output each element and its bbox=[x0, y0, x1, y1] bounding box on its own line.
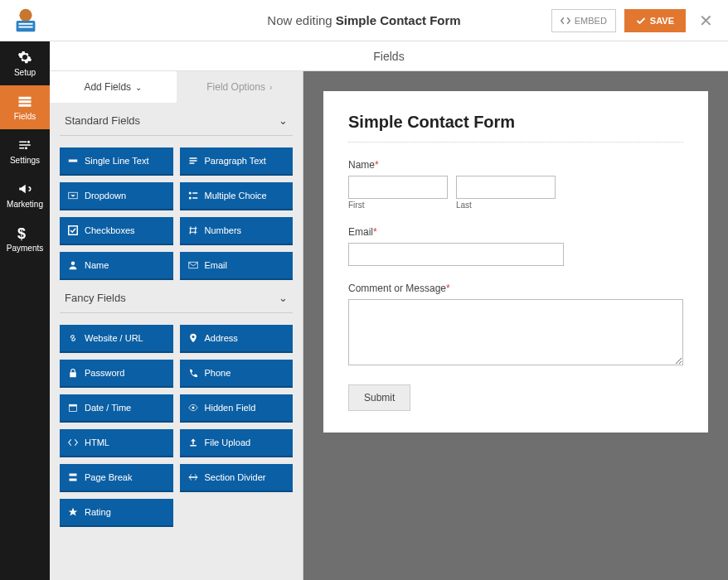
last-sublabel: Last bbox=[456, 201, 556, 210]
chevron-down-icon: ⌄ bbox=[135, 83, 142, 92]
nav-fields-label: Fields bbox=[14, 112, 36, 121]
tab-add-fields[interactable]: Add Fields ⌄ bbox=[50, 71, 177, 103]
svg-rect-19 bbox=[70, 372, 76, 377]
fields-header-label: Fields bbox=[373, 50, 404, 63]
field-hidden-field[interactable]: Hidden Field bbox=[180, 394, 294, 423]
field-name[interactable]: Name bbox=[60, 252, 173, 280]
hash-icon bbox=[188, 225, 198, 235]
left-nav: Setup Fields Settings Marketing $ Paymen… bbox=[0, 41, 50, 580]
form-field-name[interactable]: Name* First Last bbox=[348, 159, 683, 210]
svg-point-22 bbox=[192, 407, 194, 409]
field-single-line-text[interactable]: Single Line Text bbox=[60, 147, 173, 176]
close-icon[interactable]: ✕ bbox=[694, 7, 718, 34]
svg-point-16 bbox=[71, 262, 75, 266]
embed-label: EMBED bbox=[575, 16, 607, 26]
comment-label: Comment or Message* bbox=[348, 283, 683, 294]
field-date-time[interactable]: Date / Time bbox=[60, 394, 173, 423]
email-label: Email* bbox=[348, 226, 683, 238]
nav-marketing-label: Marketing bbox=[7, 200, 43, 209]
embed-button[interactable]: EMBED bbox=[551, 9, 616, 32]
group-fancy-fields[interactable]: Fancy Fields ⌄ bbox=[60, 280, 293, 313]
fields-header: Fields bbox=[50, 41, 728, 71]
save-label: SAVE bbox=[650, 16, 674, 26]
svg-rect-24 bbox=[70, 474, 77, 476]
form-field-comment[interactable]: Comment or Message* bbox=[348, 283, 683, 368]
svg-rect-25 bbox=[70, 479, 77, 481]
field-paragraph-text[interactable]: Paragraph Text bbox=[180, 147, 294, 176]
eye-icon bbox=[188, 403, 198, 413]
editing-prefix: Now editing bbox=[267, 13, 336, 27]
user-icon bbox=[68, 260, 78, 270]
svg-rect-2 bbox=[18, 22, 32, 24]
form-canvas[interactable]: Simple Contact Form Name* First Last bbox=[323, 91, 708, 433]
svg-point-7 bbox=[27, 141, 30, 143]
group-standard-fields[interactable]: Standard Fields ⌄ bbox=[60, 103, 293, 136]
svg-rect-6 bbox=[19, 104, 32, 107]
star-icon bbox=[68, 507, 78, 517]
field-numbers[interactable]: Numbers bbox=[180, 217, 294, 245]
field-file-upload[interactable]: File Upload bbox=[180, 429, 294, 457]
nav-settings[interactable]: Settings bbox=[0, 129, 50, 173]
comment-textarea[interactable] bbox=[348, 299, 683, 365]
required-mark: * bbox=[373, 226, 377, 238]
tab-add-fields-label: Add Fields bbox=[84, 81, 131, 93]
svg-rect-15 bbox=[69, 226, 78, 235]
field-rating[interactable]: Rating bbox=[60, 499, 173, 527]
dropdown-icon bbox=[68, 191, 78, 201]
field-html[interactable]: HTML bbox=[60, 429, 173, 457]
gear-icon bbox=[17, 50, 32, 65]
field-email[interactable]: Email bbox=[180, 252, 294, 280]
code-icon bbox=[561, 16, 570, 26]
svg-point-0 bbox=[19, 8, 32, 21]
nav-payments-label: Payments bbox=[7, 244, 43, 253]
submit-button[interactable]: Submit bbox=[348, 384, 410, 411]
envelope-icon bbox=[188, 260, 198, 270]
editing-title: Now editing Simple Contact Form bbox=[267, 13, 460, 27]
save-button[interactable]: SAVE bbox=[624, 9, 686, 32]
chevron-down-icon: ⌄ bbox=[279, 114, 288, 127]
field-phone[interactable]: Phone bbox=[180, 360, 294, 388]
sliders-icon bbox=[17, 138, 32, 152]
required-mark: * bbox=[446, 283, 450, 294]
group-fancy-title: Fancy Fields bbox=[65, 292, 126, 304]
nav-setup[interactable]: Setup bbox=[0, 41, 50, 85]
field-section-divider[interactable]: Section Divider bbox=[180, 464, 294, 492]
field-password[interactable]: Password bbox=[60, 360, 173, 388]
pin-icon bbox=[188, 333, 198, 343]
form-field-email[interactable]: Email* bbox=[348, 226, 683, 266]
last-name-input[interactable] bbox=[456, 176, 556, 199]
tab-field-options[interactable]: Field Options › bbox=[177, 71, 303, 103]
field-address[interactable]: Address bbox=[180, 325, 294, 353]
field-page-break[interactable]: Page Break bbox=[60, 464, 173, 492]
svg-rect-9 bbox=[69, 160, 78, 162]
list-icon bbox=[188, 191, 198, 201]
svg-rect-26 bbox=[188, 476, 197, 478]
svg-rect-4 bbox=[19, 97, 32, 99]
svg-point-18 bbox=[192, 336, 194, 338]
nav-marketing[interactable]: Marketing bbox=[0, 173, 50, 217]
first-name-input[interactable] bbox=[348, 176, 448, 199]
calendar-icon bbox=[68, 403, 78, 413]
chevron-down-icon: ⌄ bbox=[279, 292, 288, 304]
dollar-icon: $ bbox=[17, 225, 32, 240]
divider bbox=[348, 142, 683, 143]
nav-setup-label: Setup bbox=[14, 68, 36, 77]
nav-fields[interactable]: Fields bbox=[0, 85, 50, 129]
field-checkboxes[interactable]: Checkboxes bbox=[60, 217, 173, 245]
wpforms-logo bbox=[10, 5, 41, 36]
field-multiple-choice[interactable]: Multiple Choice bbox=[180, 182, 294, 210]
nav-payments[interactable]: $ Payments bbox=[0, 217, 50, 261]
nav-settings-label: Settings bbox=[10, 156, 40, 165]
field-dropdown[interactable]: Dropdown bbox=[60, 182, 173, 210]
tab-field-options-label: Field Options bbox=[206, 81, 265, 93]
field-website-url[interactable]: Website / URL bbox=[60, 325, 173, 353]
form-title: Simple Contact Form bbox=[348, 113, 683, 132]
upload-icon bbox=[188, 437, 198, 447]
svg-rect-12 bbox=[192, 192, 197, 194]
svg-point-13 bbox=[188, 197, 191, 200]
group-standard-title: Standard Fields bbox=[65, 114, 140, 127]
page-break-icon bbox=[68, 472, 78, 482]
svg-rect-5 bbox=[19, 100, 32, 103]
email-input[interactable] bbox=[348, 243, 564, 266]
name-label: Name* bbox=[348, 159, 683, 171]
